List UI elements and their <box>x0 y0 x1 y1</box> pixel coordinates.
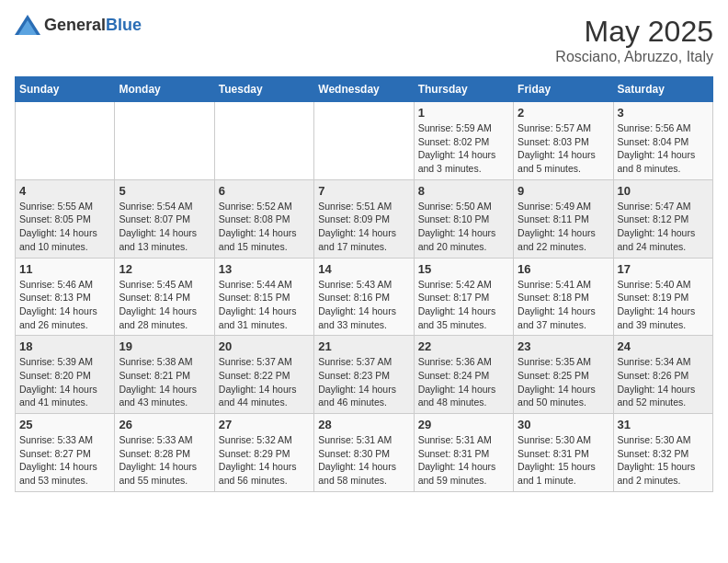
day-number: 13 <box>219 262 310 276</box>
weekday-header-row: SundayMondayTuesdayWednesdayThursdayFrid… <box>16 77 713 102</box>
day-info: Sunrise: 5:50 AMSunset: 8:10 PMDaylight:… <box>418 200 509 254</box>
calendar-cell: 20Sunrise: 5:37 AMSunset: 8:22 PMDayligh… <box>214 336 313 414</box>
day-info: Sunrise: 5:43 AMSunset: 8:16 PMDaylight:… <box>318 278 409 332</box>
page-header: GeneralBlue May 2025 Rosciano, Abruzzo, … <box>15 15 713 65</box>
day-number: 19 <box>119 339 210 353</box>
calendar-cell: 16Sunrise: 5:41 AMSunset: 8:18 PMDayligh… <box>514 258 613 336</box>
day-info: Sunrise: 5:52 AMSunset: 8:08 PMDaylight:… <box>219 200 310 254</box>
day-number: 14 <box>318 262 409 276</box>
day-number: 3 <box>618 106 709 120</box>
day-number: 12 <box>119 262 210 276</box>
calendar-cell: 12Sunrise: 5:45 AMSunset: 8:14 PMDayligh… <box>115 258 214 336</box>
day-number: 15 <box>418 262 509 276</box>
day-number: 16 <box>518 262 609 276</box>
day-info: Sunrise: 5:44 AMSunset: 8:15 PMDaylight:… <box>219 278 310 332</box>
calendar-cell: 15Sunrise: 5:42 AMSunset: 8:17 PMDayligh… <box>414 258 513 336</box>
day-info: Sunrise: 5:57 AMSunset: 8:03 PMDaylight:… <box>518 121 609 176</box>
day-number: 24 <box>618 339 709 353</box>
day-info: Sunrise: 5:49 AMSunset: 8:11 PMDaylight:… <box>518 200 609 254</box>
day-info: Sunrise: 5:47 AMSunset: 8:12 PMDaylight:… <box>618 200 709 254</box>
day-info: Sunrise: 5:38 AMSunset: 8:21 PMDaylight:… <box>119 355 210 409</box>
calendar-body: 1Sunrise: 5:59 AMSunset: 8:02 PMDaylight… <box>16 102 713 492</box>
day-info: Sunrise: 5:40 AMSunset: 8:19 PMDaylight:… <box>618 278 709 332</box>
calendar-cell: 4Sunrise: 5:55 AMSunset: 8:05 PMDaylight… <box>16 179 115 258</box>
calendar-cell: 30Sunrise: 5:30 AMSunset: 8:31 PMDayligh… <box>514 414 613 492</box>
title-block: May 2025 Rosciano, Abruzzo, Italy <box>555 15 713 65</box>
day-number: 31 <box>618 418 709 431</box>
week-row-5: 25Sunrise: 5:33 AMSunset: 8:27 PMDayligh… <box>16 414 713 492</box>
calendar-subtitle: Rosciano, Abruzzo, Italy <box>555 49 713 65</box>
logo-wordmark: GeneralBlue <box>44 16 142 35</box>
calendar-cell: 9Sunrise: 5:49 AMSunset: 8:11 PMDaylight… <box>514 179 613 258</box>
calendar-cell: 26Sunrise: 5:33 AMSunset: 8:28 PMDayligh… <box>115 414 214 492</box>
weekday-header-monday: Monday <box>115 77 214 102</box>
calendar-cell: 28Sunrise: 5:31 AMSunset: 8:30 PMDayligh… <box>314 414 414 492</box>
day-info: Sunrise: 5:32 AMSunset: 8:29 PMDaylight:… <box>219 433 310 488</box>
calendar-cell <box>314 102 414 180</box>
calendar-cell: 2Sunrise: 5:57 AMSunset: 8:03 PMDaylight… <box>514 102 613 180</box>
calendar-cell: 25Sunrise: 5:33 AMSunset: 8:27 PMDayligh… <box>16 414 115 492</box>
day-info: Sunrise: 5:51 AMSunset: 8:09 PMDaylight:… <box>318 200 409 254</box>
day-number: 30 <box>518 418 609 431</box>
calendar-cell: 29Sunrise: 5:31 AMSunset: 8:31 PMDayligh… <box>414 414 513 492</box>
calendar-cell: 13Sunrise: 5:44 AMSunset: 8:15 PMDayligh… <box>214 258 313 336</box>
calendar-cell: 1Sunrise: 5:59 AMSunset: 8:02 PMDaylight… <box>414 102 513 180</box>
day-number: 8 <box>418 184 509 198</box>
day-number: 5 <box>119 184 210 198</box>
day-number: 1 <box>418 106 509 120</box>
day-number: 20 <box>219 339 310 353</box>
week-row-2: 4Sunrise: 5:55 AMSunset: 8:05 PMDaylight… <box>16 179 713 258</box>
calendar-cell: 31Sunrise: 5:30 AMSunset: 8:32 PMDayligh… <box>613 414 712 492</box>
week-row-1: 1Sunrise: 5:59 AMSunset: 8:02 PMDaylight… <box>16 102 713 180</box>
day-number: 4 <box>19 184 110 198</box>
day-number: 22 <box>418 339 509 353</box>
day-info: Sunrise: 5:41 AMSunset: 8:18 PMDaylight:… <box>518 278 609 332</box>
calendar-cell: 8Sunrise: 5:50 AMSunset: 8:10 PMDaylight… <box>414 179 513 258</box>
day-number: 18 <box>19 339 110 353</box>
day-info: Sunrise: 5:42 AMSunset: 8:17 PMDaylight:… <box>418 278 509 332</box>
logo-general: General <box>44 16 106 34</box>
calendar-header: SundayMondayTuesdayWednesdayThursdayFrid… <box>16 77 713 102</box>
weekday-header-saturday: Saturday <box>613 77 712 102</box>
day-info: Sunrise: 5:30 AMSunset: 8:32 PMDaylight:… <box>618 433 709 488</box>
calendar-cell: 27Sunrise: 5:32 AMSunset: 8:29 PMDayligh… <box>214 414 313 492</box>
day-info: Sunrise: 5:30 AMSunset: 8:31 PMDaylight:… <box>518 433 609 488</box>
day-number: 7 <box>318 184 409 198</box>
calendar-cell: 21Sunrise: 5:37 AMSunset: 8:23 PMDayligh… <box>314 336 414 414</box>
day-number: 21 <box>318 339 409 353</box>
weekday-header-wednesday: Wednesday <box>314 77 414 102</box>
calendar-cell: 7Sunrise: 5:51 AMSunset: 8:09 PMDaylight… <box>314 179 414 258</box>
logo-icon <box>15 15 40 35</box>
day-info: Sunrise: 5:37 AMSunset: 8:23 PMDaylight:… <box>318 355 409 409</box>
day-info: Sunrise: 5:45 AMSunset: 8:14 PMDaylight:… <box>119 278 210 332</box>
day-number: 11 <box>19 262 110 276</box>
day-number: 2 <box>518 106 609 120</box>
day-info: Sunrise: 5:34 AMSunset: 8:26 PMDaylight:… <box>618 355 709 409</box>
day-info: Sunrise: 5:33 AMSunset: 8:27 PMDaylight:… <box>19 433 110 488</box>
calendar-cell: 23Sunrise: 5:35 AMSunset: 8:25 PMDayligh… <box>514 336 613 414</box>
calendar-table: SundayMondayTuesdayWednesdayThursdayFrid… <box>15 76 713 492</box>
calendar-cell: 22Sunrise: 5:36 AMSunset: 8:24 PMDayligh… <box>414 336 513 414</box>
day-info: Sunrise: 5:35 AMSunset: 8:25 PMDaylight:… <box>518 355 609 409</box>
day-info: Sunrise: 5:56 AMSunset: 8:04 PMDaylight:… <box>618 121 709 176</box>
day-number: 6 <box>219 184 310 198</box>
day-number: 26 <box>119 418 210 431</box>
calendar-cell: 3Sunrise: 5:56 AMSunset: 8:04 PMDaylight… <box>613 102 712 180</box>
calendar-cell <box>115 102 214 180</box>
calendar-cell: 24Sunrise: 5:34 AMSunset: 8:26 PMDayligh… <box>613 336 712 414</box>
calendar-cell: 10Sunrise: 5:47 AMSunset: 8:12 PMDayligh… <box>613 179 712 258</box>
day-number: 9 <box>518 184 609 198</box>
weekday-header-sunday: Sunday <box>16 77 115 102</box>
day-info: Sunrise: 5:31 AMSunset: 8:31 PMDaylight:… <box>418 433 509 488</box>
logo-blue: Blue <box>106 16 142 34</box>
day-info: Sunrise: 5:31 AMSunset: 8:30 PMDaylight:… <box>318 433 409 488</box>
calendar-cell: 11Sunrise: 5:46 AMSunset: 8:13 PMDayligh… <box>16 258 115 336</box>
week-row-4: 18Sunrise: 5:39 AMSunset: 8:20 PMDayligh… <box>16 336 713 414</box>
day-info: Sunrise: 5:37 AMSunset: 8:22 PMDaylight:… <box>219 355 310 409</box>
calendar-cell: 14Sunrise: 5:43 AMSunset: 8:16 PMDayligh… <box>314 258 414 336</box>
day-number: 10 <box>618 184 709 198</box>
day-info: Sunrise: 5:59 AMSunset: 8:02 PMDaylight:… <box>418 121 509 176</box>
weekday-header-thursday: Thursday <box>414 77 513 102</box>
day-number: 27 <box>219 418 310 431</box>
day-number: 28 <box>318 418 409 431</box>
